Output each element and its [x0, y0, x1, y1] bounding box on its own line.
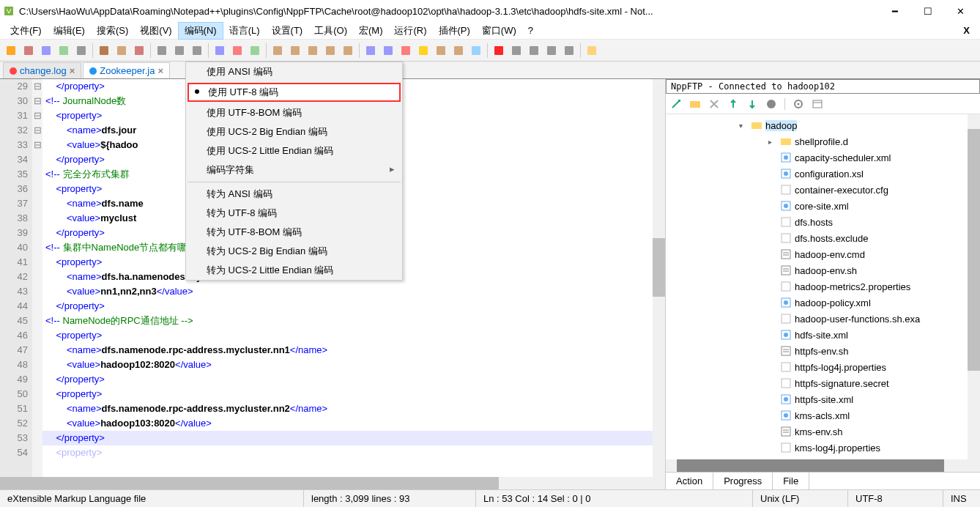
tab-Zookeeper.ja[interactable]: Zookeeper.ja× [83, 62, 170, 78]
toolbar-btn-30[interactable] [468, 42, 484, 59]
encoding-option[interactable]: 使用 UCS-2 Big Endian 编码 [186, 122, 402, 141]
tree-folder[interactable]: ▾hadoop [666, 117, 980, 133]
tree-file[interactable]: hadoop-env.cmd [666, 246, 980, 262]
toolbar-btn-38[interactable] [584, 42, 600, 59]
code-line[interactable]: <value>nn1,nn2,nn3</value> [42, 284, 653, 299]
tree-file[interactable]: hadoop-metrics2.properties [666, 278, 980, 295]
nppftp-hscroll[interactable] [666, 459, 980, 472]
maximize-button[interactable]: ☐ [911, 1, 944, 21]
tab-close-icon[interactable]: × [157, 65, 163, 76]
menu-编辑E[interactable]: 编辑(E) [48, 23, 91, 39]
tab-change.log[interactable]: change.log× [3, 62, 81, 78]
status-eol[interactable]: Unix (LF) [753, 490, 848, 507]
encoding-option[interactable]: 转为 UCS-2 Big Endian 编码 [186, 242, 402, 261]
toolbar-btn-24[interactable] [363, 42, 379, 59]
toolbar-btn-26[interactable] [398, 42, 414, 59]
toolbar-btn-12[interactable] [189, 42, 205, 59]
nppftp-vscroll[interactable] [968, 114, 980, 459]
nppftp-tree[interactable]: ▾hadoop▸shellprofile.dcapacity-scheduler… [666, 114, 980, 459]
menu-视图V[interactable]: 视图(V) [134, 23, 177, 39]
toolbar-btn-22[interactable] [340, 42, 356, 59]
encoding-option[interactable]: 使用 ANSI 编码 [186, 62, 402, 81]
tree-file[interactable]: dfs.hosts [666, 214, 980, 230]
toolbar-btn-35[interactable] [543, 42, 560, 59]
toolbar-btn-10[interactable] [154, 42, 170, 59]
nppftp-tab-progress[interactable]: Progress [713, 473, 773, 489]
menu-语言L[interactable]: 语言(L) [223, 23, 266, 39]
tree-file[interactable]: hadoop-user-functions.sh.exa [666, 311, 980, 327]
tree-folder[interactable]: ▸shellprofile.d [666, 133, 980, 149]
toolbar-btn-25[interactable] [380, 42, 396, 59]
toolbar-btn-3[interactable] [56, 42, 72, 59]
fold-marker[interactable]: ⊟ [32, 138, 42, 152]
encoding-option[interactable]: 转为 UTF-8 编码 [186, 204, 402, 223]
menu-运行R[interactable]: 运行(R) [388, 23, 432, 39]
toolbar-btn-33[interactable] [508, 42, 524, 59]
window-icon[interactable] [812, 98, 823, 110]
tree-file[interactable]: hadoop-env.sh [666, 262, 980, 278]
menu-文件F[interactable]: 文件(F) [4, 23, 48, 39]
tree-file[interactable]: httpfs-log4j.properties [666, 359, 980, 375]
download-icon[interactable] [746, 98, 758, 110]
tab-close-icon[interactable]: × [70, 65, 75, 76]
toolbar-btn-34[interactable] [526, 42, 542, 59]
menu-插件P[interactable]: 插件(P) [433, 23, 476, 39]
encoding-option[interactable]: 转为 UTF-8-BOM 编码 [186, 223, 402, 242]
tree-file[interactable]: kms-acls.xml [666, 407, 980, 423]
toolbar-btn-27[interactable] [415, 42, 431, 59]
code-line[interactable]: <property> [42, 445, 653, 460]
toolbar-btn-8[interactable] [131, 42, 147, 59]
toolbar-btn-20[interactable] [305, 42, 321, 59]
tree-file[interactable]: capacity-scheduler.xml [666, 149, 980, 166]
tree-file[interactable]: hdfs-site.xml [666, 327, 980, 343]
tree-file[interactable]: container-executor.cfg [666, 182, 980, 198]
tree-file[interactable]: core-site.xml [666, 198, 980, 214]
code-line[interactable]: <!-- NameNode的RPC通信地址 --> [42, 314, 653, 328]
toolbar-btn-29[interactable] [450, 42, 467, 59]
toolbar-btn-4[interactable] [73, 42, 89, 59]
menu-?[interactable]: ? [522, 23, 539, 37]
fold-marker[interactable]: ⊟ [32, 94, 42, 108]
nppftp-tab-file[interactable]: File [773, 473, 809, 489]
toolbar-btn-2[interactable] [38, 42, 54, 59]
encoding-option[interactable]: 转为 ANSI 编码 [186, 185, 402, 204]
status-ins[interactable]: INS [943, 490, 980, 507]
minimize-button[interactable]: ━ [878, 1, 911, 21]
tree-file[interactable]: httpfs-site.xml [666, 391, 980, 407]
toolbar-btn-11[interactable] [171, 42, 188, 59]
toolbar-btn-21[interactable] [322, 42, 338, 59]
tree-file[interactable]: httpfs-signature.secret [666, 375, 980, 391]
toolbar-btn-32[interactable] [491, 42, 507, 59]
menu-窗口W[interactable]: 窗口(W) [476, 23, 522, 39]
encoding-option[interactable]: 使用 UTF-8 编码 [188, 83, 401, 102]
code-line[interactable]: </property> [42, 372, 653, 387]
fold-gutter[interactable]: ⊟⊟⊟⊟⊟ [32, 79, 42, 477]
tree-file[interactable]: configuration.xsl [666, 166, 980, 182]
toolbar-btn-15[interactable] [229, 42, 245, 59]
fold-marker[interactable]: ⊟ [32, 79, 42, 94]
status-encoding[interactable]: UTF-8 [848, 490, 943, 507]
menubar-close-icon[interactable]: X [957, 25, 976, 36]
toolbar-btn-1[interactable] [21, 42, 37, 59]
toolbar-btn-36[interactable] [561, 42, 577, 59]
chevron-right-icon[interactable]: ▸ [768, 138, 777, 146]
tree-file[interactable]: dfs.hosts.exclude [666, 230, 980, 246]
toolbar-btn-6[interactable] [96, 42, 112, 59]
fold-marker[interactable]: ⊟ [32, 108, 42, 123]
code-line[interactable]: </property> [42, 299, 653, 314]
tree-file[interactable]: kms-log4j.properties [666, 440, 980, 456]
fold-marker[interactable]: ⊟ [32, 123, 42, 138]
folder-icon[interactable] [689, 98, 701, 110]
toolbar-btn-18[interactable] [270, 42, 286, 59]
menu-宏M[interactable]: 宏(M) [353, 23, 389, 39]
encoding-option[interactable]: 编码字符集 [186, 160, 402, 180]
toolbar-btn-28[interactable] [433, 42, 449, 59]
code-line[interactable]: <name>dfs.namenode.rpc-address.mycluster… [42, 343, 653, 358]
code-line[interactable]: <value>hadoop103:8020</value> [42, 416, 653, 431]
code-line[interactable]: <property> [42, 328, 653, 343]
tree-file[interactable]: hadoop-policy.xml [666, 295, 980, 311]
toolbar-btn-16[interactable] [247, 42, 263, 59]
toolbar-btn-14[interactable] [212, 42, 228, 59]
code-line[interactable]: <value>hadoop102:8020</value> [42, 358, 653, 372]
menu-工具O[interactable]: 工具(O) [308, 23, 353, 39]
